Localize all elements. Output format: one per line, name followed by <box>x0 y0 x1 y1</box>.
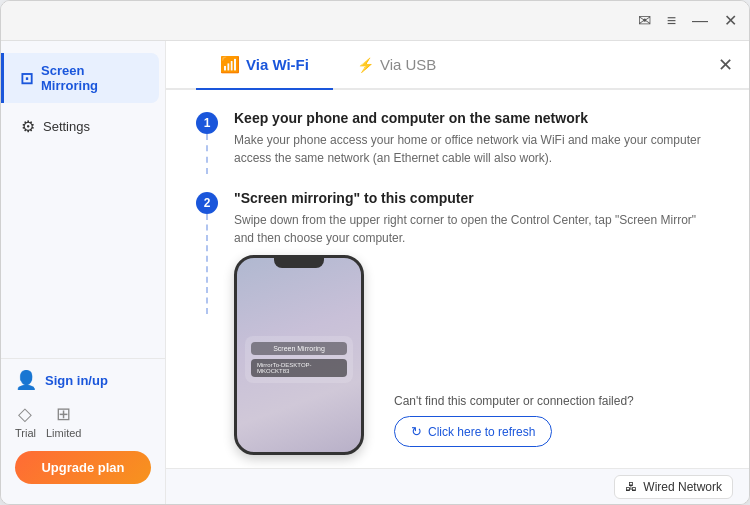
screen-mirror-device: MirrorTo-DESKTOP-MKOCKT83 <box>251 359 347 377</box>
sidebar-bottom: 👤 Sign in/up ◇ Trial ⊞ Limited Upgrade p… <box>1 358 165 494</box>
upgrade-button[interactable]: Upgrade plan <box>15 451 151 484</box>
phone-container: Screen Mirroring MirrorTo-DESKTOP-MKOCKT… <box>234 255 374 455</box>
tab-bar: 📶 Via Wi-Fi ⚡ Via USB ✕ <box>166 41 749 90</box>
screen-mirroring-icon: ⊡ <box>20 69 33 88</box>
sidebar-item-screen-mirroring[interactable]: ⊡ Screen Mirroring <box>1 53 159 103</box>
refresh-button[interactable]: ↻ Click here to refresh <box>394 416 552 447</box>
instruction-area: Can't find this computer or connection f… <box>394 255 719 455</box>
wifi-icon: 📶 <box>220 55 240 74</box>
minimize-icon[interactable]: — <box>692 12 708 30</box>
wired-network-icon: 🖧 <box>625 480 637 494</box>
sidebar: ⊡ Screen Mirroring ⚙ Settings 👤 Sign in/… <box>1 41 166 504</box>
menu-icon[interactable]: ≡ <box>667 12 676 30</box>
tab-wifi[interactable]: 📶 Via Wi-Fi <box>196 41 333 88</box>
refresh-button-label: Click here to refresh <box>428 425 535 439</box>
content-area: 📶 Via Wi-Fi ⚡ Via USB ✕ 1 <box>166 41 749 504</box>
sign-in-row[interactable]: 👤 Sign in/up <box>15 369 151 391</box>
trial-tier[interactable]: ◇ Trial <box>15 403 36 439</box>
sidebar-settings-label: Settings <box>43 119 90 134</box>
step-1-number: 1 <box>196 112 218 134</box>
tab-usb-label: Via USB <box>380 56 436 73</box>
step-2-title: "Screen mirroring" to this computer <box>234 190 719 206</box>
wired-network-badge: 🖧 Wired Network <box>614 475 733 499</box>
app-window: ✉ ≡ — ✕ ⊡ Screen Mirroring ⚙ Settings 👤 … <box>0 0 750 505</box>
step-2-desc: Swipe down from the upper right corner t… <box>234 211 719 247</box>
titlebar: ✉ ≡ — ✕ <box>1 1 749 41</box>
phone-frame: Screen Mirroring MirrorTo-DESKTOP-MKOCKT… <box>234 255 364 455</box>
diamond-icon: ◇ <box>18 403 32 425</box>
user-icon: 👤 <box>15 369 37 391</box>
email-icon[interactable]: ✉ <box>638 11 651 30</box>
refresh-icon: ↻ <box>411 424 422 439</box>
screen-mirror-label: Screen Mirroring <box>251 342 347 355</box>
footer: 🖧 Wired Network <box>166 468 749 504</box>
step-1-row: 1 Keep your phone and computer on the sa… <box>196 110 719 174</box>
step-connector-2 <box>206 214 208 314</box>
tier-row: ◇ Trial ⊞ Limited <box>15 403 151 439</box>
tab-usb[interactable]: ⚡ Via USB <box>333 42 460 87</box>
step-connector-1 <box>206 134 208 174</box>
steps-content: 1 Keep your phone and computer on the sa… <box>166 90 749 468</box>
phone-screen-content: Screen Mirroring MirrorTo-DESKTOP-MKOCKT… <box>237 268 361 391</box>
step-2-number: 2 <box>196 192 218 214</box>
close-panel-icon[interactable]: ✕ <box>718 54 733 76</box>
main-layout: ⊡ Screen Mirroring ⚙ Settings 👤 Sign in/… <box>1 41 749 504</box>
grid-icon: ⊞ <box>56 403 71 425</box>
screen-mirror-overlay: Screen Mirroring MirrorTo-DESKTOP-MKOCKT… <box>245 336 353 383</box>
sign-in-label: Sign in/up <box>45 373 108 388</box>
sidebar-item-label: Screen Mirroring <box>41 63 145 93</box>
bottom-area: Screen Mirroring MirrorTo-DESKTOP-MKOCKT… <box>234 255 719 455</box>
wired-network-label: Wired Network <box>643 480 722 494</box>
usb-icon: ⚡ <box>357 57 374 73</box>
settings-icon: ⚙ <box>21 117 35 136</box>
limited-label: Limited <box>46 427 81 439</box>
limited-tier[interactable]: ⊞ Limited <box>46 403 81 439</box>
step-2-body: "Screen mirroring" to this computer Swip… <box>234 190 719 455</box>
sidebar-spacer <box>1 148 165 358</box>
step-1-body: Keep your phone and computer on the same… <box>234 110 719 174</box>
sidebar-item-settings[interactable]: ⚙ Settings <box>7 107 159 146</box>
cant-find-text: Can't find this computer or connection f… <box>394 394 719 408</box>
step-1-title: Keep your phone and computer on the same… <box>234 110 719 126</box>
trial-label: Trial <box>15 427 36 439</box>
close-window-icon[interactable]: ✕ <box>724 11 737 30</box>
phone-notch <box>274 258 324 268</box>
step-2-row: 2 "Screen mirroring" to this computer Sw… <box>196 190 719 455</box>
step-1-desc: Make your phone access your home or offi… <box>234 131 719 167</box>
tab-wifi-label: Via Wi-Fi <box>246 56 309 73</box>
